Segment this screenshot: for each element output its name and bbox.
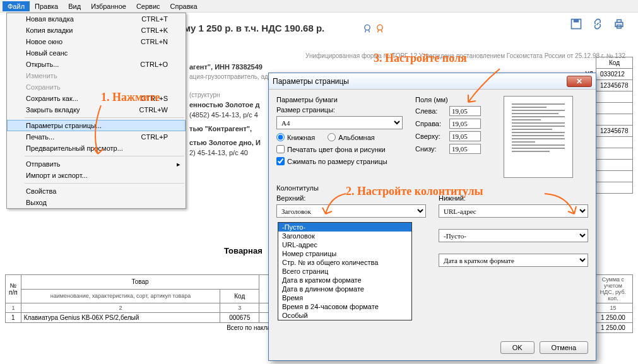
svg-rect-1 <box>574 20 579 23</box>
close-button[interactable]: ✕ <box>567 76 592 87</box>
menu-exit[interactable]: Выход <box>7 197 186 208</box>
page-size-select[interactable]: A4 <box>276 116 403 129</box>
menu-tools[interactable]: Сервис <box>131 1 165 11</box>
landscape-radio[interactable] <box>328 133 336 141</box>
list-item[interactable]: Время <box>278 293 411 302</box>
print-bg-label: Печатать цвет фона и рисунки <box>287 146 386 153</box>
menu-edit-item: Изменить <box>7 70 186 81</box>
menu-file[interactable]: Файл <box>3 1 30 11</box>
list-item[interactable]: URL-адрес <box>278 240 411 249</box>
header-bot-label: Нижний: <box>439 194 588 202</box>
list-item[interactable]: Всего страниц <box>278 267 411 276</box>
margin-left-input[interactable] <box>449 106 481 116</box>
margin-right-label: Справа: <box>415 120 446 127</box>
menu-new-tab[interactable]: Новая вкладкаCTRL+T <box>7 13 186 25</box>
page-preview <box>504 96 573 178</box>
dialog-title: Параметры страницы <box>273 77 349 86</box>
file-dropdown: Новая вкладкаCTRL+T Копия вкладкиCTRL+K … <box>6 13 186 209</box>
doc-agent: агент", ИНН 78382549 <box>189 63 625 71</box>
shrink-label: Сжимать по размеру страницы <box>287 158 387 165</box>
portrait-label: Книжная <box>287 134 315 141</box>
header-top-select[interactable]: Заголовок <box>276 204 426 218</box>
list-item[interactable]: Особый <box>278 311 411 320</box>
list-item[interactable]: Дата в длинном формате <box>278 285 411 293</box>
margins-label: Поля (мм) <box>415 96 491 103</box>
menu-favorites[interactable]: Избранное <box>86 1 131 11</box>
print-bg-check[interactable] <box>276 145 285 153</box>
menu-page-setup[interactable]: Параметры страницы... <box>7 120 186 131</box>
menu-open[interactable]: Открыть...CTRL+O <box>7 59 186 70</box>
menu-new-window[interactable]: Новое окноCTRL+N <box>7 36 186 47</box>
list-item[interactable]: -Пусто- <box>278 223 411 232</box>
cancel-button[interactable]: Отмена <box>540 341 588 354</box>
menu-save: Сохранить <box>7 81 186 93</box>
menu-view[interactable]: Вид <box>63 1 86 11</box>
header-top-label: Верхний: <box>276 194 426 202</box>
list-item[interactable]: Номер страницы <box>278 249 411 258</box>
landscape-label: Альбомная <box>338 134 375 141</box>
menu-save-as[interactable]: Сохранить как...CTRL+S <box>7 93 186 104</box>
list-item[interactable]: Заголовок <box>278 232 411 240</box>
list-item[interactable]: Дата в кратком формате <box>278 276 411 285</box>
menu-print[interactable]: Печать...CTRL+P <box>7 131 186 143</box>
doc-title: мму 1 250 р. в т.ч. НДС 190.68 р. <box>177 23 625 33</box>
chevron-right-icon: ▸ <box>177 160 180 168</box>
print-icon[interactable] <box>613 18 625 30</box>
menu-new-session[interactable]: Новый сеанс <box>7 47 186 59</box>
ok-button[interactable]: OK <box>500 341 535 354</box>
header-bot-select-3[interactable]: Дата в кратком формате <box>439 254 588 267</box>
list-item[interactable]: Стр. № из общего количества <box>278 258 411 267</box>
margin-bottom-label: Снизу: <box>415 145 446 153</box>
headers-label: Колонтитулы <box>276 184 588 192</box>
menubar: Файл Правка Вид Избранное Сервис Справка <box>0 0 638 13</box>
link-icon[interactable] <box>591 18 604 30</box>
header-bot-select[interactable]: URL-адрес <box>439 204 588 218</box>
margin-top-input[interactable] <box>449 131 481 141</box>
menu-print-preview[interactable]: Предварительный просмотр... <box>7 143 186 154</box>
menu-copy-tab[interactable]: Копия вкладкиCTRL+K <box>7 25 186 36</box>
margin-left-label: Слева: <box>415 107 446 115</box>
margin-bottom-input[interactable] <box>449 144 481 154</box>
menu-properties[interactable]: Свойства <box>7 185 186 197</box>
paper-params-label: Параметры бумаги <box>276 96 403 103</box>
shrink-check[interactable] <box>276 157 285 165</box>
header-bot-select-2[interactable]: -Пусто- <box>439 229 588 242</box>
menu-send[interactable]: Отправить▸ <box>7 158 186 170</box>
doc-tovarnaya: Товарная <box>224 246 263 255</box>
page-size-label: Размер страницы: <box>276 106 403 114</box>
menu-help[interactable]: Справка <box>165 1 203 11</box>
margin-top-label: Сверху: <box>415 132 446 140</box>
portrait-radio[interactable] <box>276 133 285 141</box>
menu-edit[interactable]: Правка <box>30 1 63 11</box>
close-icon: ✕ <box>576 77 582 86</box>
menu-import-export[interactable]: Импорт и экспорт... <box>7 170 186 181</box>
header-options-list: -Пусто- Заголовок URL-адрес Номер страни… <box>278 222 412 320</box>
svg-rect-3 <box>617 20 622 22</box>
save-icon[interactable] <box>570 18 582 30</box>
menu-close-tab[interactable]: Закрыть вкладкуCTRL+W <box>7 104 186 115</box>
margin-right-input[interactable] <box>449 119 481 129</box>
list-item[interactable]: Время в 24-часовом формате <box>278 302 411 311</box>
